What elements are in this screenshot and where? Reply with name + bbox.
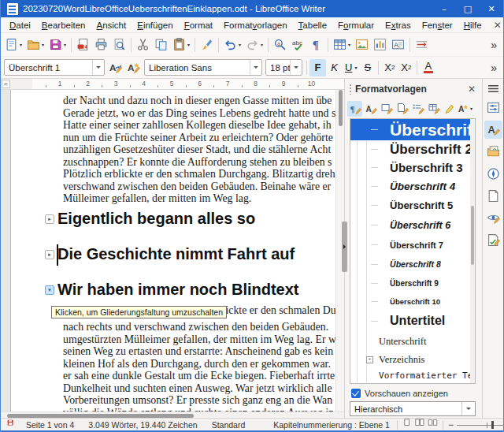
formatting-marks-button[interactable]: ¶ [307,35,325,54]
style-list-item[interactable]: Überschrift 2 [350,140,475,158]
list-styles-button[interactable] [410,101,425,117]
multi-page-view-button[interactable] [415,419,425,430]
maximize-button[interactable]: □ [456,0,480,17]
page-styles-button[interactable] [395,101,410,117]
menu-einfgen[interactable]: Einfügen [132,19,178,32]
insert-image-button[interactable] [353,35,371,54]
menu-bearbeiten[interactable]: Bearbeiten [36,19,91,32]
body-text-line[interactable]: erblickte er den schmalen Du [209,304,336,317]
single-page-view-button[interactable] [402,419,413,430]
outline-level-status[interactable]: Kapitelnummerierung : Ebene 1 [266,420,397,430]
zoom-slider-thumb[interactable] [491,421,494,429]
spellcheck-button[interactable]: abc [289,35,307,54]
tree-expander-icon[interactable]: + [366,356,373,363]
panel-close-icon[interactable]: ✕ [465,84,479,95]
paragraph-styles-button[interactable]: ¶ [347,101,362,117]
redo-button[interactable]: ▾ [243,35,265,54]
body-text-line[interactable]: Mülleimer gefallen, der mitten im Weg la… [63,192,251,205]
document-heading[interactable]: Die Geschichte nimmt Fahrt auf [57,245,295,263]
body-text-line[interactable]: Vorbereitungen umsonst? Er presste sich … [63,394,332,407]
menu-datei[interactable]: Datei [4,19,36,32]
font-name-combo[interactable]: Liberation Sans [144,59,262,76]
horizontal-ruler[interactable]: ⌐ 12345678910 [1,79,344,90]
font-color-button[interactable]: A [420,59,436,76]
menu-formatvorlagen[interactable]: Formatvorlagen [218,19,293,32]
body-text-line[interactable]: umgestürzten Mülleimer gefallen, der mit… [63,333,336,346]
page-style-status[interactable]: Standard [205,420,253,430]
style-list-item[interactable]: Vorformatierter Te [350,368,475,383]
italic-button[interactable]: K [326,59,343,76]
body-text-line[interactable]: Dunkelheit und suchten einen Ausweg. War… [63,382,332,395]
body-text-line[interactable]: zuschnappen? Er konnte die Aufforderung … [63,156,332,169]
undo-button[interactable]: ▾ [221,35,243,54]
folder-open-button[interactable]: ▾ [24,35,46,54]
new-style-button[interactable]: A [124,58,143,77]
outline-fold-toggle[interactable]: ▸ [45,250,54,259]
export-pdf-button[interactable] [74,35,92,54]
book-view-button[interactable] [428,419,438,430]
style-filter-combo[interactable]: Hierarchisch [350,401,476,416]
style-list-item[interactable]: Überschrift 9 [350,274,475,293]
style-filter-dropdown-icon[interactable] [461,402,475,415]
style-list-item[interactable]: Überschrift 3 [350,158,475,177]
paste-button[interactable]: ▾ [170,35,192,54]
table-styles-button[interactable] [426,101,441,117]
horizontal-scrollbar[interactable] [1,412,344,418]
sidebar-tab-gallery[interactable] [484,143,502,161]
style-list-item[interactable]: Überschrift 6 [350,215,475,235]
strikethrough-button[interactable]: S [359,59,376,76]
body-text-line[interactable]: unzähligen Gesetzeshüter dieser Stadt, u… [63,143,331,156]
menu-fenster[interactable]: Fenster [417,19,458,32]
menu-hilfe[interactable]: Hilfe [458,19,487,32]
sidebar-splitter-handle[interactable] [342,222,347,272]
menu-ansicht[interactable]: Ansicht [91,19,132,32]
subscript-button[interactable]: X2 [398,59,414,76]
print-preview-button[interactable] [110,35,128,54]
panel-grip[interactable] [349,84,352,95]
sidebar-tab-styles-tab[interactable]: A [484,121,502,139]
clone-formatting-button[interactable] [198,35,216,54]
toolbar-overflow-button[interactable]: » [486,35,502,54]
sidebar-tab-properties[interactable] [484,99,502,117]
paragraph-style-dropdown-icon[interactable] [92,60,104,75]
preview-checkbox[interactable] [351,389,361,398]
style-list-item[interactable]: Überschrift 5 [350,196,475,215]
page-number-status[interactable]: Seite 1 von 4 [19,420,81,430]
body-text-line[interactable]: verschwand zwischen den beiden Gebäuden.… [63,181,331,193]
style-list-item[interactable]: Überschrift 10 [350,293,475,310]
superscript-button[interactable]: X2 [381,59,398,76]
body-text-line[interactable]: der Nacht und dazu noch in dieser engen … [63,95,332,107]
sidebar-tab-navigator[interactable] [484,165,502,183]
zoom-out-icon[interactable]: − [448,421,454,429]
frame-styles-button[interactable] [379,101,394,117]
zoom-slider[interactable]: − + [443,421,504,429]
find-replace-button[interactable]: a [271,35,289,54]
body-text-line[interactable]: Plötzlich erblickte er den schmalen Durc… [63,168,335,181]
menu-tabelle[interactable]: Tabelle [293,19,332,32]
style-list-scrollbar-thumb[interactable] [471,206,474,265]
character-styles-button[interactable]: A [363,101,378,117]
menu-format[interactable]: Format [179,19,218,32]
doc-new-button[interactable]: ▾ [2,35,24,54]
vertical-scrollbar-thumb[interactable] [339,90,343,126]
page-area[interactable]: der Nacht und dazu noch in dieser engen … [1,90,344,412]
document-heading[interactable]: Eigentlich begann alles so [57,210,255,228]
insert-textbox-button[interactable]: A [389,35,407,54]
save-button[interactable]: ▾ [46,35,69,54]
tab-stop-selector[interactable]: ⌐ [2,80,10,88]
document-heading[interactable]: Wir haben immer noch Blindtext [57,281,299,299]
print-button[interactable] [92,35,110,54]
body-text-line[interactable]: Hatte einer seiner zahllosen Kollegen di… [63,119,332,132]
cut-button[interactable] [134,35,152,54]
sidebar-tab-accessibility-check[interactable] [484,231,502,249]
outline-fold-toggle[interactable]: ▸ [45,214,54,224]
style-list-item[interactable]: Überschrift 8 [350,255,475,274]
body-text-line[interactable]: seinen Weg zu ertasten und erstarrte: An… [63,345,333,358]
menu-formular[interactable]: Formular [332,19,380,32]
body-text-line[interactable]: kleinen Hof als den Durchgang, durch den… [63,358,331,371]
style-list-item[interactable]: Überschrift [350,119,475,140]
underline-button[interactable]: U▾ [343,59,359,76]
insert-table-button[interactable]: ▾ [331,35,353,54]
style-list-item[interactable]: +Verzeichnis [350,351,475,368]
body-text-line[interactable]: nach rechts und verschwand zwischen den … [63,321,328,333]
